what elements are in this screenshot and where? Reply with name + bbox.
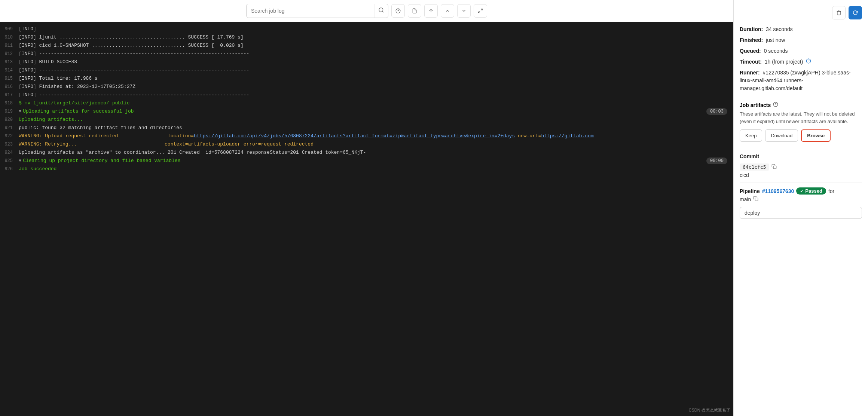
commit-hash-row: 64c1cfc5 <box>740 163 862 171</box>
log-toolbar <box>0 0 733 22</box>
divider <box>740 97 862 97</box>
line-text: WARNING: Upload request redirected locat… <box>19 132 733 140</box>
line-number: 910 <box>0 34 19 41</box>
deploy-input[interactable] <box>740 207 862 219</box>
fullscreen-button[interactable] <box>474 4 487 18</box>
line-text: [INFO] BUILD SUCCESS <box>19 58 733 66</box>
runner-row: Runner: #12270835 (zxwgkjAPH) 3-blue.saa… <box>740 69 862 92</box>
help-button[interactable] <box>391 4 405 18</box>
sidebar: Duration: 34 seconds Finished: just now … <box>733 0 868 416</box>
log-line: 922 WARNING: Upload request redirected l… <box>0 132 733 140</box>
copy-pipeline-icon[interactable] <box>753 196 758 202</box>
delete-button[interactable] <box>832 6 846 19</box>
line-number: 911 <box>0 42 19 49</box>
log-line: 912 [INFO] -----------------------------… <box>0 50 733 58</box>
artifacts-title: Job artifacts <box>740 102 862 108</box>
raw-log-button[interactable] <box>408 4 421 18</box>
search-input[interactable] <box>247 5 374 17</box>
line-number: 913 <box>0 58 19 66</box>
line-number: 920 <box>0 116 19 123</box>
line-text: [INFO] cicd 1.0-SNAPSHOT ...............… <box>19 42 733 49</box>
watermark: CSDN @怎么就重名了 <box>689 407 730 413</box>
duration-label: Duration: <box>740 26 763 32</box>
line-text: Cleaning up project directory and file b… <box>23 157 703 165</box>
commit-label: Commit <box>740 153 759 159</box>
scroll-bottom-button[interactable] <box>457 4 471 18</box>
line-text: Uploading artifacts... <box>19 116 733 123</box>
log-line: 913 [INFO] BUILD SUCCESS <box>0 58 733 66</box>
duration-value: 34 seconds <box>766 26 793 32</box>
line-text: public: found 32 matching artifact files… <box>19 124 733 132</box>
line-text: [INFO] <box>19 25 733 33</box>
pipeline-label: Pipeline <box>740 188 760 194</box>
line-text: $ mv ljunit/target/site/jacoco/ public <box>19 100 733 107</box>
log-line: 909 [INFO] <box>0 25 733 33</box>
line-number: 925 <box>0 157 19 165</box>
svg-line-4 <box>481 9 482 10</box>
log-link[interactable]: https://gitlab.com <box>541 133 593 139</box>
finished-label: Finished: <box>740 37 763 43</box>
line-number: 918 <box>0 100 19 107</box>
log-line: 917 [INFO] -----------------------------… <box>0 91 733 99</box>
scroll-top-button[interactable] <box>441 4 454 18</box>
collapse-arrow[interactable]: ▼ <box>19 157 21 165</box>
sidebar-toolbar <box>740 6 862 19</box>
line-text: [INFO] ---------------------------------… <box>19 50 733 58</box>
log-line: 915 [INFO] Total time: 17.986 s <box>0 74 733 83</box>
line-text: Job succeeded <box>19 165 733 173</box>
svg-rect-10 <box>773 166 776 169</box>
line-number: 923 <box>0 141 19 148</box>
main-label: main <box>740 196 751 202</box>
commit-name: cicd <box>740 172 862 178</box>
line-text: [INFO] Finished at: 2023-12-17T05:25:27Z <box>19 83 733 91</box>
log-line: 910 [INFO] ljunit ......................… <box>0 33 733 42</box>
line-number: 915 <box>0 75 19 82</box>
artifacts-title-text: Job artifacts <box>740 102 771 108</box>
divider <box>740 183 862 183</box>
download-button[interactable]: Download <box>765 129 798 142</box>
duration-row: Duration: 34 seconds <box>740 25 862 33</box>
collapse-arrow[interactable]: ▼ <box>19 108 21 115</box>
line-number: 909 <box>0 25 19 33</box>
line-text: [INFO] ---------------------------------… <box>19 91 733 99</box>
passed-badge: Passed <box>796 187 826 195</box>
line-number: 924 <box>0 149 19 156</box>
line-text: Uploading artifacts as "archive" to coor… <box>19 149 733 156</box>
log-line: 918 $ mv ljunit/target/site/jacoco/ publ… <box>0 99 733 107</box>
line-text: [INFO] Total time: 17.986 s <box>19 75 733 82</box>
line-text: [INFO] ---------------------------------… <box>19 67 733 74</box>
log-line: 921 public: found 32 matching artifact f… <box>0 124 733 132</box>
browse-button[interactable]: Browse <box>801 129 831 142</box>
for-label: for <box>828 188 834 194</box>
passed-label: Passed <box>805 188 822 194</box>
finished-value: just now <box>766 37 785 43</box>
log-panel: 909 [INFO] 910 [INFO] ljunit ...........… <box>0 0 733 416</box>
pipeline-link[interactable]: #1109567630 <box>762 188 794 194</box>
keep-button[interactable]: Keep <box>740 129 762 142</box>
line-timestamp: 00:00 <box>706 157 727 164</box>
search-button[interactable] <box>374 4 388 18</box>
log-line: 924 Uploading artifacts as "archive" to … <box>0 149 733 157</box>
timeout-value: 1h (from project) <box>765 59 803 65</box>
queued-label: Queued: <box>740 48 761 54</box>
copy-commit-icon[interactable] <box>771 164 777 170</box>
artifacts-help-icon[interactable] <box>773 102 778 108</box>
search-container <box>246 4 388 18</box>
line-number: 912 <box>0 50 19 58</box>
log-link[interactable]: https://gitlab.com/api/v4/jobs/576808722… <box>194 133 515 139</box>
timeout-help-icon[interactable] <box>806 59 811 65</box>
refresh-button[interactable] <box>849 6 862 19</box>
line-number: 917 <box>0 91 19 99</box>
queued-row: Queued: 0 seconds <box>740 47 862 55</box>
line-number: 922 <box>0 132 19 140</box>
commit-section: Commit <box>740 153 862 160</box>
log-line-collapsible: 925 ▼ Cleaning up project directory and … <box>0 157 733 165</box>
log-line: 911 [INFO] cicd 1.0-SNAPSHOT ...........… <box>0 42 733 50</box>
svg-point-0 <box>379 8 383 12</box>
log-line: 920 Uploading artifacts... <box>0 116 733 124</box>
line-number: 921 <box>0 124 19 132</box>
scroll-lock-button[interactable] <box>424 4 438 18</box>
svg-line-5 <box>479 11 480 13</box>
line-text: Uploading artifacts for successful job <box>23 108 703 115</box>
line-text: WARNING: Retrying... context=artifacts-u… <box>19 141 733 148</box>
